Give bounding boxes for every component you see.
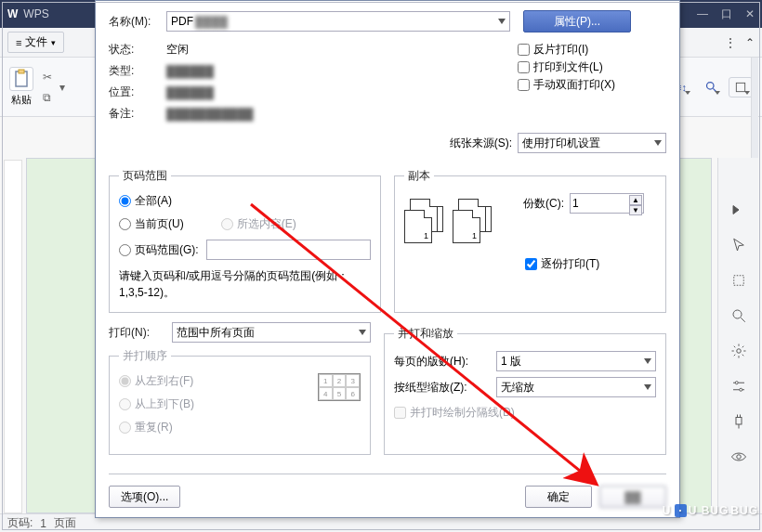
paste-label: 粘贴 [11,93,32,107]
panel-select-icon[interactable] [729,271,748,290]
order-repeat-radio: 重复(R) [119,420,307,435]
svg-rect-5 [733,276,743,286]
panel-eye-icon[interactable] [729,448,748,466]
panel-nav-icon[interactable] [729,201,748,219]
find-button[interactable] [699,77,723,97]
merge-order-group: 并打顺序 从左到右(F) 从上到下(B) 重复(R) 123456 [109,348,371,455]
paper-source-combo[interactable]: 使用打印机设置 [518,133,666,153]
location-label: 位置: [109,84,161,100]
per-page-label: 每页的版数(H): [394,354,491,370]
page-range-hint: 请键入页码和/或用逗号分隔的页码范围(例如：1,3,5-12)。 [119,267,371,301]
svg-point-6 [733,310,742,318]
chevron-down-icon [654,140,662,146]
status-label: 状态: [109,42,161,58]
print-scope-label: 打印(N): [109,325,166,341]
svg-rect-13 [736,418,742,425]
file-menu-button[interactable]: ≡ 文件 ▾ [7,32,64,53]
window-close-icon[interactable]: ✕ [745,7,755,20]
panel-sliders-icon[interactable] [729,377,748,396]
panel-search-icon[interactable] [729,306,748,325]
copies-spinner[interactable]: 1 ▲▼ [570,193,644,214]
per-page-combo[interactable]: 1 版 [496,351,656,371]
spinner-down-icon[interactable]: ▼ [629,205,642,215]
reverse-print-check[interactable]: 反片打印(I) [518,42,666,58]
paper-source-label: 纸张来源(S): [450,136,512,151]
ok-button[interactable]: 确定 [525,486,592,508]
scale-label: 按纸型缩放(Z): [394,380,491,396]
order-ltr-radio: 从左到右(F) [119,373,307,389]
left-ruler [4,160,22,513]
location-value: ██████ [166,86,214,99]
remark-label: 备注: [109,106,161,122]
clipboard-more-icon[interactable]: ▾ [59,81,65,94]
manual-duplex-check[interactable]: 手动双面打印(X) [518,77,666,93]
copies-group: 副本 1 1 份数(C): [394,168,666,313]
collate-check[interactable]: 逐份打印(T) [525,256,656,272]
status-section-label: 页面 [54,515,76,531]
range-current-radio[interactable]: 当前页(U) [119,216,184,232]
menu-more-icon[interactable]: ⋮ [725,36,736,49]
paste-icon[interactable] [9,67,33,91]
remark-value: ███████████ [166,108,254,121]
panel-settings-icon[interactable] [729,342,748,360]
order-preview-icon: 123456 [318,373,361,401]
copies-label: 份数(C): [523,196,564,212]
type-label: 类型: [109,63,161,79]
spinner-up-icon[interactable]: ▲ [629,195,642,205]
chevron-down-icon [644,358,651,364]
svg-point-2 [706,83,714,90]
right-side-panel [717,158,758,513]
printer-name-label: 名称(M): [109,14,161,30]
range-custom-radio[interactable] [119,244,131,256]
wps-logo: W [7,7,18,20]
svg-rect-1 [19,70,24,73]
svg-point-12 [739,388,742,391]
scale-combo[interactable]: 无缩放 [496,377,656,397]
draw-border-check: 并打时绘制分隔线(D) [394,405,656,421]
collate-preview-icon: 1 1 [404,193,495,247]
cut-icon[interactable]: ✂ [43,71,52,84]
range-all-radio[interactable]: 全部(A) [119,193,371,209]
properties-button[interactable]: 属性(P)... [523,10,631,32]
range-selection-radio: 所选内容(E) [221,216,296,232]
wps-name: WPS [23,7,48,20]
page-range-input[interactable] [206,240,371,260]
copy-icon[interactable]: ⧉ [43,91,52,104]
order-ttb-radio: 从上到下(B) [119,396,307,412]
svg-point-8 [736,349,741,354]
print-dialog: 名称(M): PDF ▓▓▓▓ 属性(P)... 状态:空闲 类型:██████… [95,0,680,518]
panel-plug-icon[interactable] [729,412,748,431]
window-minimize-icon[interactable]: — [697,7,708,20]
type-value: ██████ [166,65,214,78]
status-value: 空闲 [166,42,189,58]
window-maximize-icon[interactable]: 口 [721,6,732,22]
status-page-label: 页码: [7,515,33,531]
chevron-down-icon [359,330,366,335]
status-page-value: 1 [40,517,46,530]
svg-line-7 [741,318,745,322]
box-button[interactable] [729,77,753,97]
chevron-down-icon [498,19,506,24]
page-range-group: 页码范围 全部(A) 当前页(U) 所选内容(E) 页码范围(G): 请键入页码… [109,168,381,313]
chevron-down-icon [644,384,651,390]
print-to-file-check[interactable]: 打印到文件(L) [518,59,666,75]
svg-point-11 [735,382,738,384]
options-button[interactable]: 选项(O)... [109,486,180,508]
print-scope-combo[interactable]: 范围中所有页面 [172,322,371,343]
svg-point-17 [736,455,741,460]
merge-scale-group: 并打和缩放 每页的版数(H): 1 版 按纸型缩放(Z): 无缩放 并打时绘制分… [384,326,666,455]
panel-cursor-icon[interactable] [729,236,748,254]
ribbon-collapse-icon[interactable]: ⌃ [745,36,755,49]
cancel-button[interactable]: ▓▓ [599,486,666,508]
printer-name-combo[interactable]: PDF ▓▓▓▓ [166,11,510,32]
